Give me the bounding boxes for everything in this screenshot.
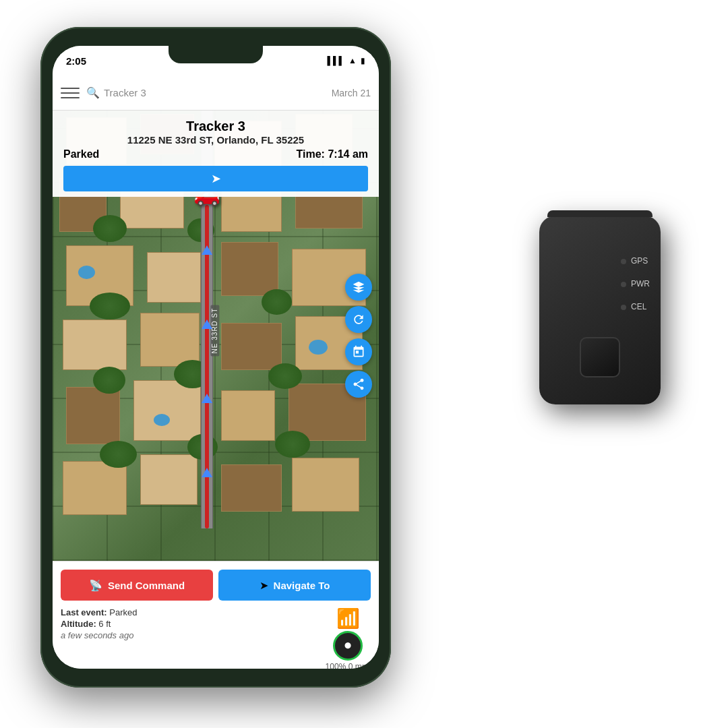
gps-label: GPS (621, 256, 650, 266)
layers-button[interactable] (345, 274, 372, 301)
device-top-edge (547, 210, 653, 217)
search-icon: 🔍 (86, 86, 100, 99)
popup-time: Time: 7:14 am (297, 148, 368, 160)
status-time: 2:05 (66, 55, 86, 67)
signal-icon: ▌▌▌ (328, 56, 345, 65)
bottom-bar: 📡 Send Command ➤ Navigate To Last event: (53, 561, 379, 669)
track-arrow (202, 394, 212, 403)
popup-address: 11225 NE 33rd ST, Orlando, FL 35225 (63, 134, 368, 146)
bottom-info-right: 📶 ⬤ 100% 0 mph (326, 607, 371, 669)
map-aerial: NE 33RD ST 🚗 Tracker 3 (53, 111, 379, 561)
last-event-text: Last event: Parked (61, 607, 137, 617)
altitude-text: Altitude: 6 ft (61, 619, 137, 629)
search-input[interactable]: Tracker 3 (104, 87, 146, 98)
gps-device: GPS PWR CEL (539, 216, 674, 418)
cel-label: CEL (621, 302, 650, 311)
share-icon (352, 377, 365, 391)
device-button[interactable] (580, 337, 620, 377)
building (140, 454, 198, 505)
map-actions (345, 274, 372, 398)
nav-arrow-icon: ➤ (260, 579, 268, 592)
calendar-icon (352, 345, 365, 359)
building (221, 390, 275, 441)
navigate-button[interactable]: ➤ (63, 166, 368, 191)
command-icon: 📡 (89, 579, 102, 592)
scene: 2:05 ▌▌▌ ▲ ▮ 🔍 Tracker 3 (0, 0, 728, 728)
building (221, 242, 278, 296)
bottom-info-left: Last event: Parked Altitude: 6 ft a few … (61, 607, 137, 640)
speed-gauge: ⬤ (333, 631, 363, 661)
tree-cluster (268, 363, 302, 389)
send-command-label: Send Command (108, 580, 185, 591)
phone-notch (169, 46, 263, 63)
map-area[interactable]: NE 33RD ST 🚗 Tracker 3 (53, 111, 379, 561)
navigate-to-label: Navigate To (274, 580, 330, 591)
tree-cluster (262, 289, 292, 315)
building (221, 323, 282, 370)
popup-status-row: Parked Time: 7:14 am (63, 148, 368, 160)
pool (78, 266, 95, 279)
battery-speed-text: 100% 0 mph (326, 662, 371, 669)
pwr-label: PWR (621, 279, 650, 289)
wifi-status-icon: ▲ (348, 56, 357, 65)
navigate-arrow-icon: ➤ (211, 171, 221, 186)
timestamp-text: a few seconds ago (61, 630, 137, 640)
bottom-info: Last event: Parked Altitude: 6 ft a few … (61, 607, 371, 669)
building (63, 320, 127, 370)
navigate-to-button[interactable]: ➤ Navigate To (218, 570, 371, 601)
phone-wrapper: 2:05 ▌▌▌ ▲ ▮ 🔍 Tracker 3 (40, 27, 391, 688)
speed-text: ⬤ (344, 642, 351, 649)
track-arrow (202, 245, 212, 255)
send-command-button[interactable]: 📡 Send Command (61, 570, 213, 601)
tree-cluster (100, 441, 137, 468)
cel-led (621, 305, 626, 310)
building (63, 461, 127, 515)
bottom-buttons: 📡 Send Command ➤ Navigate To (61, 570, 371, 601)
tree-cluster (275, 431, 310, 458)
track-arrow (202, 468, 212, 477)
street-name-label: NE 33RD ST (210, 305, 219, 357)
pwr-led (621, 282, 626, 287)
building (66, 387, 120, 444)
device-body: GPS PWR CEL (539, 216, 661, 404)
pool (309, 340, 328, 355)
wifi-icon: 📶 (336, 607, 360, 630)
popup-tracker-name: Tracker 3 (63, 119, 368, 134)
building (133, 380, 201, 441)
phone-body: 2:05 ▌▌▌ ▲ ▮ 🔍 Tracker 3 (40, 27, 391, 688)
building (140, 313, 200, 367)
search-date: March 21 (332, 88, 371, 98)
calendar-button[interactable] (345, 338, 372, 365)
device-labels: GPS PWR CEL (621, 256, 650, 311)
phone-screen: 2:05 ▌▌▌ ▲ ▮ 🔍 Tracker 3 (53, 46, 379, 669)
gps-led (621, 259, 626, 264)
building (221, 464, 282, 512)
building (292, 458, 359, 512)
popup-status: Parked (63, 148, 99, 160)
info-popup: Tracker 3 11225 NE 33rd ST, Orlando, FL … (53, 111, 379, 197)
battery-icon: ▮ (361, 56, 365, 65)
track-arrow (202, 320, 212, 329)
search-input-area[interactable]: 🔍 Tracker 3 (86, 86, 325, 99)
refresh-icon (352, 313, 365, 326)
tree-cluster (90, 293, 130, 320)
pool (154, 414, 170, 426)
layers-icon (352, 280, 365, 294)
share-button[interactable] (345, 371, 372, 398)
refresh-button[interactable] (345, 306, 372, 333)
search-bar[interactable]: 🔍 Tracker 3 March 21 (53, 75, 379, 111)
menu-icon[interactable] (61, 84, 80, 102)
status-icons: ▌▌▌ ▲ ▮ (328, 56, 365, 65)
building (147, 252, 201, 303)
tree-cluster (93, 367, 125, 394)
tree-cluster (93, 215, 127, 242)
